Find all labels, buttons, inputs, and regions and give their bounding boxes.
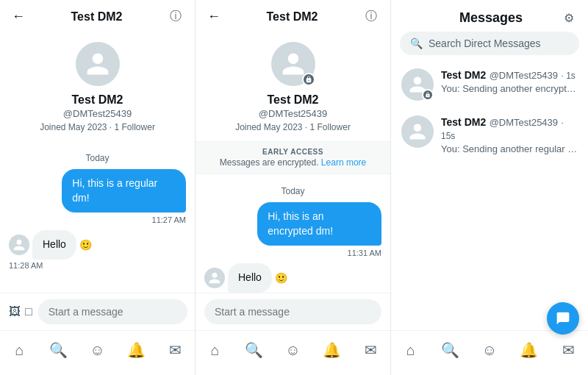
conv-name-encrypted: Test DM2 @DMTest25439 · 1s bbox=[441, 68, 576, 82]
nav-bell-3[interactable]: 🔔 bbox=[516, 337, 542, 363]
search-icon: 🔍 bbox=[410, 38, 423, 49]
panel2-header: ← Test DM2 ⓘ bbox=[196, 0, 390, 30]
messages-list-header: Messages ⚙ bbox=[391, 0, 588, 32]
conv-preview-encrypted: You: Sending another encrypted dm! bbox=[441, 83, 578, 94]
messages-list-title: Messages bbox=[420, 10, 562, 26]
nav-home-3[interactable]: ⌂ bbox=[398, 337, 424, 363]
learn-more-link[interactable]: Learn more bbox=[321, 157, 366, 168]
react-icon-2[interactable]: 🙂 bbox=[275, 272, 287, 284]
panel1-title: Test DM2 bbox=[25, 10, 168, 24]
sent-time-2: 11:31 AM bbox=[204, 249, 381, 257]
encrypted-banner: EARLY ACCESS Messages are encrypted. Lea… bbox=[196, 141, 390, 174]
conv-content-encrypted: Test DM2 @DMTest25439 · 1s You: Sending … bbox=[441, 68, 578, 94]
sent-bubble-1: Hi, this is a regular dm! bbox=[9, 169, 186, 213]
conv-avatar-regular bbox=[401, 115, 434, 148]
info-icon-1[interactable]: ⓘ bbox=[168, 10, 183, 24]
panel-encrypted-dm: ← Test DM2 ⓘ Test DM2 @DMTest25439 Joine… bbox=[196, 0, 391, 375]
input-row-2 bbox=[204, 299, 381, 324]
date-divider-1: Today bbox=[9, 153, 186, 163]
nav-mail-1[interactable]: ✉ bbox=[162, 337, 189, 363]
nav-face-3[interactable]: ☺ bbox=[476, 337, 503, 363]
avatar-1 bbox=[76, 42, 120, 86]
input-row-1: 🖼 □ 🎵 bbox=[9, 299, 186, 324]
profile-name-2: Test DM2 bbox=[268, 93, 319, 107]
profile-handle-1: @DMTest25439 bbox=[63, 108, 132, 119]
sent-time-1: 11:27 AM bbox=[9, 215, 186, 224]
nav-home-2[interactable]: ⌂ bbox=[202, 337, 229, 363]
nav-bell-2[interactable]: 🔔 bbox=[319, 337, 345, 363]
input-icons-left-1: 🖼 □ bbox=[9, 305, 32, 318]
nav-face-1[interactable]: ☺ bbox=[85, 337, 111, 363]
gear-icon[interactable]: ⚙ bbox=[562, 11, 576, 26]
image-icon-1[interactable]: 🖼 bbox=[9, 305, 21, 318]
message-input-1[interactable] bbox=[38, 299, 187, 324]
input-area-1: 🖼 □ 🎵 bbox=[0, 293, 195, 330]
sent-message-1: Hi, this is a regular dm! bbox=[62, 169, 186, 213]
back-button-1[interactable]: ← bbox=[12, 9, 25, 24]
nav-face-2[interactable]: ☺ bbox=[280, 337, 306, 363]
panel1-header: ← Test DM2 ⓘ bbox=[0, 0, 195, 30]
panel2-title: Test DM2 bbox=[220, 10, 364, 24]
nav-mail-2[interactable]: ✉ bbox=[358, 337, 384, 363]
avatar-2 bbox=[271, 42, 315, 86]
banner-title: EARLY ACCESS bbox=[207, 148, 379, 156]
sent-bubble-2: Hi, this is an encrypted dm! bbox=[204, 202, 381, 246]
conv-header-regular: Test DM2 @DMTest25439 · 15s bbox=[441, 115, 578, 142]
conv-lock-badge-encrypted bbox=[422, 89, 434, 101]
back-button-2[interactable]: ← bbox=[207, 9, 220, 24]
message-group-received-1: Hello 🙂 11:28 AM bbox=[9, 230, 186, 270]
react-icon-1[interactable]: 🙂 bbox=[79, 239, 92, 251]
gif-icon-1[interactable]: □ bbox=[25, 305, 32, 318]
profile-section-2: Test DM2 @DMTest25439 Joined May 2023 · … bbox=[196, 30, 390, 141]
received-message-2: Hello bbox=[228, 263, 272, 293]
message-group-sent-2: Hi, this is an encrypted dm! 11:31 AM bbox=[204, 202, 381, 257]
message-group-sent-1: Hi, this is a regular dm! 11:27 AM bbox=[9, 169, 186, 224]
profile-section-1: Test DM2 @DMTest25439 Joined May 2023 · … bbox=[0, 30, 195, 141]
message-input-2[interactable] bbox=[204, 299, 381, 324]
bottom-nav-3: ⌂ 🔍 ☺ 🔔 ✉ bbox=[391, 330, 588, 375]
nav-search-2[interactable]: 🔍 bbox=[241, 337, 268, 363]
conversation-item-regular[interactable]: Test DM2 @DMTest25439 · 15s You: Sending… bbox=[391, 108, 588, 162]
compose-fab[interactable] bbox=[547, 302, 579, 335]
nav-bell-1[interactable]: 🔔 bbox=[123, 337, 150, 363]
profile-name-1: Test DM2 bbox=[72, 93, 123, 107]
received-row-1: Hello 🙂 bbox=[9, 230, 186, 260]
search-placeholder: Search Direct Messages bbox=[429, 38, 541, 49]
sent-message-2: Hi, this is an encrypted dm! bbox=[257, 202, 381, 246]
received-avatar-1 bbox=[9, 235, 29, 255]
conv-name-regular: Test DM2 @DMTest25439 · 15s bbox=[441, 115, 578, 142]
nav-mail-3[interactable]: ✉ bbox=[555, 337, 581, 363]
received-message-1: Hello bbox=[32, 230, 76, 260]
banner-text: Messages are encrypted. Learn more bbox=[207, 157, 379, 168]
received-avatar-2 bbox=[204, 268, 225, 288]
profile-meta-2: Joined May 2023 · 1 Follower bbox=[235, 122, 351, 132]
bottom-nav-2: ⌂ 🔍 ☺ 🔔 ✉ bbox=[196, 330, 390, 375]
profile-meta-1: Joined May 2023 · 1 Follower bbox=[40, 122, 155, 132]
conversation-item-encrypted[interactable]: Test DM2 @DMTest25439 · 1s You: Sending … bbox=[391, 61, 588, 108]
conv-avatar-encrypted bbox=[401, 68, 434, 101]
messages-area-1: Today Hi, this is a regular dm! 11:27 AM… bbox=[0, 141, 195, 293]
lock-badge-avatar-2 bbox=[302, 73, 315, 86]
panel-messages-list: Messages ⚙ 🔍 Search Direct Messages Test… bbox=[391, 0, 588, 375]
date-divider-2: Today bbox=[204, 186, 381, 196]
messages-area-2: Today Hi, this is an encrypted dm! 11:31… bbox=[196, 174, 390, 293]
search-bar[interactable]: 🔍 Search Direct Messages bbox=[400, 32, 579, 55]
nav-search-3[interactable]: 🔍 bbox=[437, 337, 463, 363]
received-time-1: 11:28 AM bbox=[9, 261, 186, 270]
input-area-2 bbox=[196, 293, 390, 330]
conv-header-encrypted: Test DM2 @DMTest25439 · 1s bbox=[441, 68, 578, 82]
profile-handle-2: @DMTest25439 bbox=[259, 108, 327, 119]
conv-content-regular: Test DM2 @DMTest25439 · 15s You: Sending… bbox=[441, 115, 578, 154]
bottom-nav-1: ⌂ 🔍 ☺ 🔔 ✉ bbox=[0, 330, 195, 375]
conversation-list: Test DM2 @DMTest25439 · 1s You: Sending … bbox=[391, 61, 588, 330]
nav-search-1[interactable]: 🔍 bbox=[46, 337, 72, 363]
received-row-2: Hello 🙂 bbox=[204, 263, 381, 293]
info-icon-2[interactable]: ⓘ bbox=[364, 10, 379, 24]
message-group-received-2: Hello 🙂 11:31 AM bbox=[204, 263, 381, 293]
conv-preview-regular: You: Sending another regular dm! bbox=[441, 143, 578, 154]
nav-home-1[interactable]: ⌂ bbox=[7, 337, 33, 363]
panel-regular-dm: ← Test DM2 ⓘ Test DM2 @DMTest25439 Joine… bbox=[0, 0, 196, 375]
